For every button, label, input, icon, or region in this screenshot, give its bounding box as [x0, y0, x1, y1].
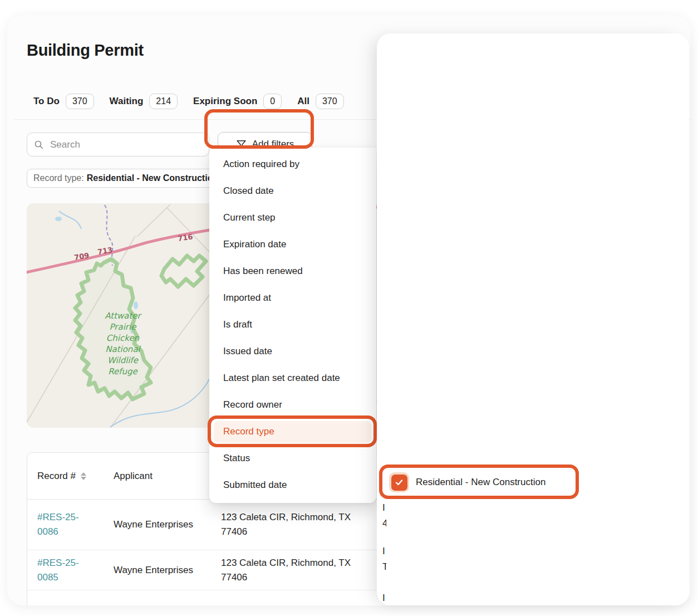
checkmark-icon [394, 477, 404, 487]
filter-chip-key: Record type: [33, 173, 84, 183]
menu-item-issued-date[interactable]: Issued date [209, 338, 376, 365]
applicant-cell: Wayne Enterprises [114, 517, 221, 532]
clipped-cell-fragment: 4 [382, 516, 386, 531]
add-filters-menu: Action required by Closed date Current s… [209, 148, 376, 503]
clipped-cell-fragment: I [382, 501, 386, 515]
menu-item-expiration-date[interactable]: Expiration date [209, 231, 376, 258]
record-type-option-row[interactable]: Residential - New Construction [389, 472, 545, 492]
address-cell: 123 Caleta CIR, Richmond, TX 77406 [221, 556, 376, 585]
menu-item-record-owner[interactable]: Record owner [209, 392, 376, 418]
menu-item-imported-at[interactable]: Imported at [209, 285, 376, 311]
tab-bar: To Do 370 Waiting 214 Expiring Soon 0 Al… [33, 94, 344, 109]
menu-item-action-required-by[interactable]: Action required by [209, 151, 376, 178]
record-number-link[interactable]: #RES-25-0086 [27, 510, 114, 539]
page-title: Building Permit [27, 41, 144, 60]
tab-all[interactable]: All 370 [297, 94, 343, 109]
tab-todo[interactable]: To Do 370 [33, 94, 94, 109]
search-icon [34, 140, 44, 150]
column-header-applicant-label: Applicant [114, 469, 153, 483]
map-road-label-713: 713 [97, 246, 113, 256]
menu-item-has-been-renewed[interactable]: Has been renewed [209, 258, 376, 285]
tab-expiring-soon-label: Expiring Soon [193, 96, 257, 107]
column-header-record[interactable]: Record # [27, 469, 114, 483]
sort-icon[interactable] [81, 472, 86, 480]
tab-waiting-label: Waiting [110, 96, 144, 107]
filter-chip-value: Residential - New Construction [87, 173, 218, 183]
record-number-link[interactable]: #RES-25-0085 [27, 556, 114, 585]
column-header-applicant[interactable]: Applicant [114, 469, 221, 483]
table-row[interactable]: #RES-25-0086 Wayne Enterprises 123 Calet… [27, 500, 405, 550]
map-dashed-stream [105, 205, 112, 266]
tab-waiting[interactable]: Waiting 214 [110, 94, 178, 109]
tab-all-label: All [297, 96, 309, 107]
menu-item-is-draft[interactable]: Is draft [209, 311, 376, 338]
column-header-record-label: Record # [37, 469, 76, 483]
record-type-option-label: Residential - New Construction [416, 477, 545, 488]
menu-item-record-type-highlight: Record type [214, 421, 371, 443]
menu-item-submitted-date[interactable]: Submitted date [209, 472, 376, 498]
clipped-cell-fragment: I [382, 544, 386, 559]
menu-item-latest-plan-set-created-date[interactable]: Latest plan set created date [209, 365, 376, 392]
tab-all-count-badge: 370 [316, 94, 344, 109]
checkbox-checked[interactable] [389, 472, 409, 492]
map-stream [59, 211, 81, 229]
map-road-label-716: 716 [177, 232, 193, 243]
detail-panel [377, 33, 689, 605]
map-pond [134, 301, 138, 309]
tab-todo-count-badge: 370 [66, 94, 94, 109]
building-permit-page: Building Permit To Do 370 Waiting 214 Ex… [0, 0, 698, 616]
map-road-gray [137, 204, 170, 237]
search-box[interactable] [27, 133, 209, 157]
table-row[interactable]: #RES-25-0085 Wayne Enterprises 123 Calet… [27, 550, 405, 590]
menu-item-current-step[interactable]: Current step [209, 204, 376, 231]
tab-expiring-soon[interactable]: Expiring Soon 0 [193, 94, 282, 109]
tab-expiring-soon-count-badge: 0 [263, 94, 282, 109]
table-row[interactable]: #RES-25- Wayne Enterprises 123 Caleta CI… [27, 590, 405, 605]
active-filter-chip[interactable]: Record type: Residential - New Construct… [27, 169, 219, 188]
map-pond [55, 217, 62, 221]
menu-item-record-type[interactable]: Record type [209, 418, 376, 445]
clipped-cell-fragment: T [382, 560, 386, 574]
menu-item-status[interactable]: Status [209, 445, 376, 472]
clipped-cell-fragment: I [382, 591, 386, 605]
applicant-cell: Wayne Enterprises [114, 563, 221, 578]
address-cell: 123 Caleta CIR, Richmond, TX 77406 [221, 510, 376, 539]
map-road-label-709: 709 [73, 251, 90, 262]
map-green-area [161, 256, 206, 287]
menu-item-closed-date[interactable]: Closed date [209, 178, 376, 204]
map-refuge-label: Attwater Prairie Chicken National Wildli… [85, 310, 160, 377]
tab-waiting-count-badge: 214 [149, 94, 178, 109]
tab-todo-label: To Do [33, 96, 60, 107]
search-input[interactable] [49, 139, 202, 151]
